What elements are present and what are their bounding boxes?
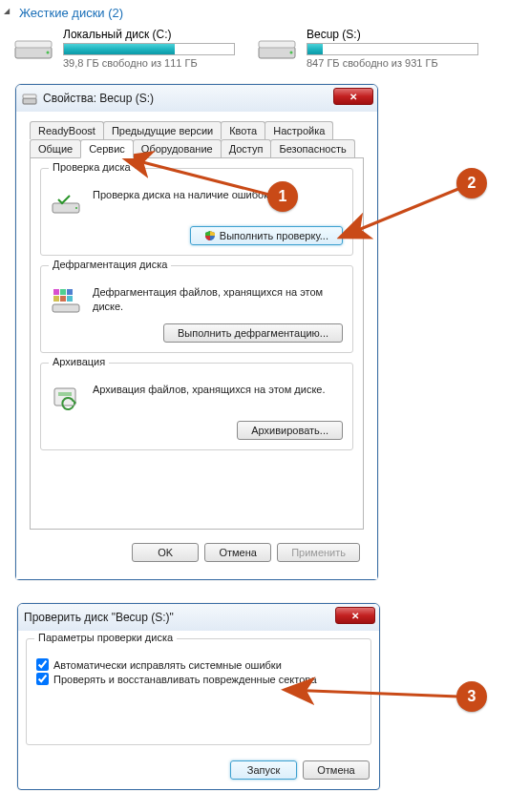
tab-hardware[interactable]: Оборудование <box>133 139 222 157</box>
close-icon: ✕ <box>349 92 357 102</box>
drive-subtext: 39,8 ГБ свободно из 111 ГБ <box>63 57 235 69</box>
drive-label: Becup (S:) <box>307 28 478 41</box>
button-label: Отмена <box>219 547 256 558</box>
svg-rect-4 <box>259 41 295 48</box>
scan-sectors-option[interactable]: Проверять и восстанавливать поврежденные… <box>36 673 361 685</box>
callout-3: 3 <box>456 681 487 712</box>
dialog-body: ReadyBoost Предыдущие версии Квота Настр… <box>16 112 377 579</box>
drive-usage-bar <box>63 43 235 55</box>
tab-quota[interactable]: Квота <box>221 121 265 139</box>
hdd-icon <box>257 28 299 66</box>
button-label: OK <box>158 547 173 558</box>
drives-section-header: Жесткие диски (2) <box>0 0 508 26</box>
svg-rect-13 <box>53 296 59 302</box>
check-now-button[interactable]: Выполнить проверку... <box>190 226 343 245</box>
option-label: Проверять и восстанавливать поврежденные… <box>53 674 317 685</box>
button-label: Выполнить дефрагментацию... <box>178 327 328 339</box>
apply-button[interactable]: Применить <box>277 543 360 562</box>
fix-errors-checkbox[interactable] <box>36 658 49 671</box>
svg-rect-6 <box>23 98 36 104</box>
group-text: Проверка диска на наличие ошибок. <box>93 188 271 202</box>
group-title: Архивация <box>49 356 109 367</box>
svg-rect-11 <box>60 289 66 295</box>
drive-usage-bar <box>307 43 478 55</box>
titlebar[interactable]: Проверить диск "Becup (S:)" ✕ <box>18 604 379 631</box>
svg-rect-7 <box>23 94 36 98</box>
dialog-title: Свойства: Becup (S:) <box>43 92 154 105</box>
svg-point-2 <box>47 52 50 54</box>
scan-sectors-checkbox[interactable] <box>36 673 49 685</box>
tab-area: ReadyBoost Предыдущие версии Квота Настр… <box>24 119 370 535</box>
svg-rect-0 <box>15 47 52 58</box>
group-defrag: Дефрагментация диска Дефрагментация файл… <box>40 265 353 353</box>
button-label: Выполнить проверку... <box>220 230 328 241</box>
group-text: Дефрагментация файлов, хранящихся на это… <box>93 285 343 315</box>
dialog-button-bar: Запуск Отмена <box>18 753 379 789</box>
group-title: Проверка диска <box>49 161 135 173</box>
tab-customize[interactable]: Настройка <box>265 121 333 139</box>
tab-tools[interactable]: Сервис <box>80 139 134 158</box>
titlebar[interactable]: Свойства: Becup (S:) ✕ <box>16 85 377 112</box>
dialog-title: Проверить диск "Becup (S:)" <box>24 611 174 624</box>
svg-rect-12 <box>67 289 73 295</box>
button-label: Архивировать... <box>251 425 328 436</box>
tab-row-2: Общие Сервис Оборудование Доступ Безопас… <box>30 139 364 157</box>
cancel-button[interactable]: Отмена <box>204 543 271 562</box>
close-icon: ✕ <box>351 611 359 621</box>
svg-rect-10 <box>53 289 59 295</box>
svg-rect-15 <box>67 296 73 302</box>
svg-rect-3 <box>259 47 295 58</box>
svg-rect-17 <box>54 388 75 406</box>
svg-rect-18 <box>58 392 72 396</box>
dialog-button-bar: OK Отмена Применить <box>24 535 370 572</box>
tab-sharing[interactable]: Доступ <box>221 139 272 157</box>
cancel-button[interactable]: Отмена <box>303 760 370 780</box>
check-disk-icon <box>51 188 85 219</box>
tab-content: Проверка диска Проверка диска на наличие… <box>30 157 364 530</box>
drive-label: Локальный диск (C:) <box>63 28 235 41</box>
tab-readyboost[interactable]: ReadyBoost <box>30 121 104 139</box>
callout-2: 2 <box>456 168 487 198</box>
ok-button[interactable]: OK <box>132 543 199 562</box>
close-button[interactable]: ✕ <box>335 607 375 624</box>
drives-row: Локальный диск (C:) 39,8 ГБ свободно из … <box>0 26 508 74</box>
backup-icon <box>51 383 85 413</box>
tab-general[interactable]: Общие <box>30 139 81 157</box>
option-label: Автоматически исправлять системные ошибк… <box>53 659 282 671</box>
check-options-group: Параметры проверки диска Автоматически и… <box>26 638 371 745</box>
group-text: Архивация файлов, хранящихся на этом дис… <box>93 383 326 397</box>
fix-errors-option[interactable]: Автоматически исправлять системные ошибк… <box>36 658 361 671</box>
close-button[interactable]: ✕ <box>333 88 373 105</box>
drive-subtext: 847 ГБ свободно из 931 ГБ <box>307 57 478 69</box>
svg-rect-14 <box>60 296 66 302</box>
button-label: Запуск <box>247 764 280 776</box>
drive-title-icon <box>22 91 37 106</box>
svg-rect-16 <box>53 304 79 312</box>
hdd-icon <box>13 28 55 66</box>
properties-dialog: Свойства: Becup (S:) ✕ ReadyBoost Предыд… <box>15 84 378 580</box>
svg-rect-1 <box>15 41 52 48</box>
group-check-disk: Проверка диска Проверка диска на наличие… <box>40 168 353 256</box>
start-button[interactable]: Запуск <box>230 760 297 780</box>
svg-point-5 <box>290 52 293 54</box>
svg-point-9 <box>75 207 77 209</box>
uac-shield-icon <box>204 230 216 241</box>
tab-row-1: ReadyBoost Предыдущие версии Квота Настр… <box>30 121 364 139</box>
tab-security[interactable]: Безопасность <box>270 139 354 157</box>
callout-1: 1 <box>267 181 298 212</box>
backup-now-button[interactable]: Архивировать... <box>237 421 343 440</box>
drive-item[interactable]: Becup (S:) 847 ГБ свободно из 931 ГБ <box>257 28 495 69</box>
group-title: Параметры проверки диска <box>34 632 177 643</box>
tab-prevversions[interactable]: Предыдущие версии <box>103 121 222 139</box>
drives-section-title: Жесткие диски (2) <box>19 6 123 20</box>
defrag-icon <box>51 285 85 316</box>
button-label: Применить <box>291 547 346 558</box>
drive-item[interactable]: Локальный диск (C:) 39,8 ГБ свободно из … <box>13 28 251 69</box>
button-label: Отмена <box>317 764 354 776</box>
svg-rect-8 <box>53 203 79 213</box>
group-title: Дефрагментация диска <box>49 259 171 270</box>
defrag-now-button[interactable]: Выполнить дефрагментацию... <box>163 323 343 343</box>
group-backup: Архивация Архивация файлов, хранящихся н… <box>40 363 353 450</box>
check-disk-dialog: Проверить диск "Becup (S:)" ✕ Параметры … <box>17 603 380 790</box>
